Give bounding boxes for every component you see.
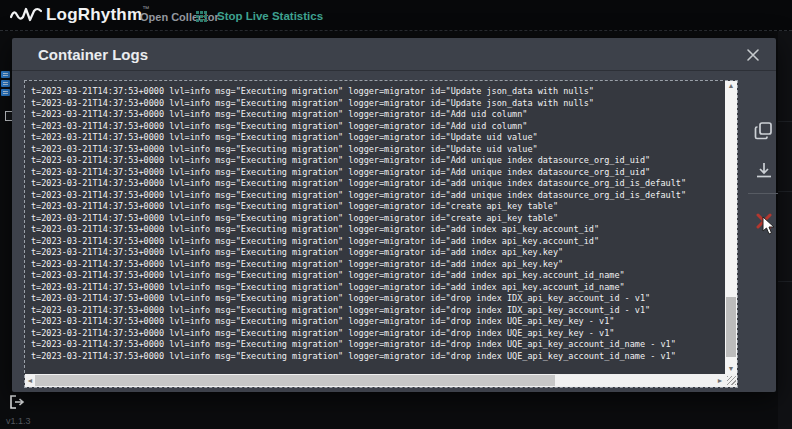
vertical-scrollbar[interactable]: ▲ ▼ <box>725 81 737 374</box>
log-line: t=2023-03-21T14:37:53+0000 lvl=info msg=… <box>31 328 725 340</box>
log-line: t=2023-03-21T14:37:53+0000 lvl=info msg=… <box>31 190 725 202</box>
log-line: t=2023-03-21T14:37:53+0000 lvl=info msg=… <box>31 236 725 248</box>
log-line: t=2023-03-21T14:37:53+0000 lvl=info msg=… <box>31 132 725 144</box>
page-right-edge <box>778 31 792 429</box>
log-line: t=2023-03-21T14:37:53+0000 lvl=info msg=… <box>31 144 725 156</box>
brand-name: LogRhythm™ <box>46 5 149 25</box>
scroll-down-arrow-icon[interactable]: ▼ <box>725 364 737 374</box>
rail-divider <box>748 193 778 194</box>
log-line: t=2023-03-21T14:37:53+0000 lvl=info msg=… <box>31 293 725 305</box>
top-header: LogRhythm™ Open Collector Stop Live Stat… <box>0 0 792 31</box>
log-lines: t=2023-03-21T14:37:53+0000 lvl=info msg=… <box>25 81 725 374</box>
container-item-icon[interactable] <box>1 71 10 78</box>
logout-icon[interactable] <box>9 394 25 410</box>
stop-live-statistics-label: Stop Live Statistics <box>217 10 323 22</box>
log-line: t=2023-03-21T14:37:53+0000 lvl=info msg=… <box>31 247 725 259</box>
modal-header: Container Logs <box>12 38 776 71</box>
container-item-icon[interactable] <box>1 89 10 96</box>
horizontal-scrollbar[interactable]: ◄ ► <box>25 374 725 387</box>
log-line: t=2023-03-21T14:37:53+0000 lvl=info msg=… <box>31 98 725 110</box>
statistics-grid-icon <box>196 11 207 22</box>
log-textarea[interactable]: t=2023-03-21T14:37:53+0000 lvl=info msg=… <box>24 80 738 388</box>
scrollbar-corner <box>725 374 737 387</box>
log-line: t=2023-03-21T14:37:53+0000 lvl=info msg=… <box>31 351 725 363</box>
scroll-left-arrow-icon[interactable]: ◄ <box>25 374 35 387</box>
log-line: t=2023-03-21T14:37:53+0000 lvl=info msg=… <box>31 270 725 282</box>
logrhythm-logo-icon <box>10 5 42 25</box>
log-line: t=2023-03-21T14:37:53+0000 lvl=info msg=… <box>31 259 725 271</box>
log-line: t=2023-03-21T14:37:53+0000 lvl=info msg=… <box>31 178 725 190</box>
scroll-right-arrow-icon[interactable]: ► <box>715 374 725 387</box>
log-line: t=2023-03-21T14:37:53+0000 lvl=info msg=… <box>31 155 725 167</box>
copy-icon[interactable] <box>753 120 775 142</box>
log-line: t=2023-03-21T14:37:53+0000 lvl=info msg=… <box>31 167 725 179</box>
scroll-up-arrow-icon[interactable]: ▲ <box>725 81 737 91</box>
log-line: t=2023-03-21T14:37:53+0000 lvl=info msg=… <box>31 339 725 351</box>
modal-title: Container Logs <box>38 46 148 63</box>
version-label: v1.1.3 <box>6 416 31 426</box>
log-line: t=2023-03-21T14:37:53+0000 lvl=info msg=… <box>31 109 725 121</box>
close-icon[interactable] <box>744 46 762 64</box>
container-logs-modal: Container Logs t=2023-03-21T14:37:53+000… <box>12 38 776 392</box>
log-line: t=2023-03-21T14:37:53+0000 lvl=info msg=… <box>31 305 725 317</box>
log-line: t=2023-03-21T14:37:53+0000 lvl=info msg=… <box>31 316 725 328</box>
log-line: t=2023-03-21T14:37:53+0000 lvl=info msg=… <box>31 86 725 98</box>
download-icon[interactable] <box>753 160 775 182</box>
stop-live-statistics-button[interactable]: Stop Live Statistics <box>196 6 323 26</box>
resize-grip-icon[interactable] <box>727 376 736 385</box>
log-line: t=2023-03-21T14:37:53+0000 lvl=info msg=… <box>31 201 725 213</box>
horizontal-scrollbar-thumb[interactable] <box>35 375 555 386</box>
log-line: t=2023-03-21T14:37:53+0000 lvl=info msg=… <box>31 282 725 294</box>
log-line: t=2023-03-21T14:37:53+0000 lvl=info msg=… <box>31 224 725 236</box>
red-x-icon[interactable] <box>753 210 775 232</box>
log-line: t=2023-03-21T14:37:53+0000 lvl=info msg=… <box>31 121 725 133</box>
container-item-icon[interactable] <box>1 80 10 87</box>
vertical-scrollbar-thumb[interactable] <box>726 297 736 357</box>
log-line: t=2023-03-21T14:37:53+0000 lvl=info msg=… <box>31 213 725 225</box>
